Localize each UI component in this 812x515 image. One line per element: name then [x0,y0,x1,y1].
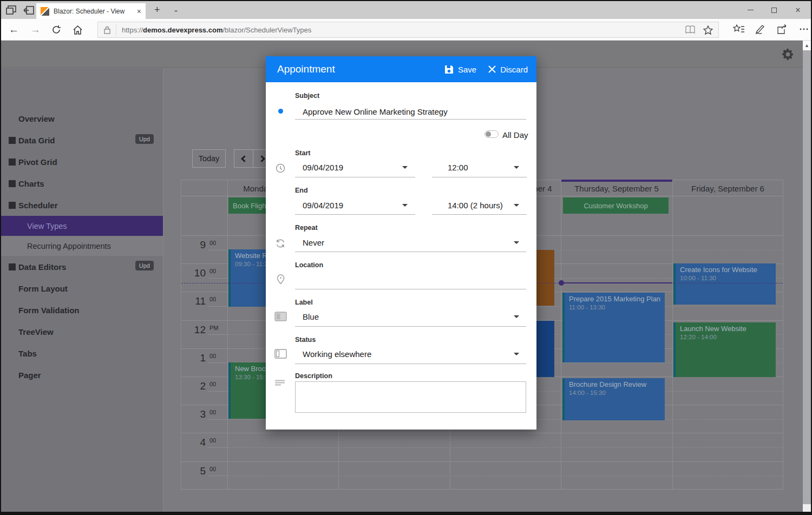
browser-toolbar: ← → https://demos.devexpress.com/blazor/… [1,19,811,41]
appointment[interactable]: Launch New Website 12:20 - 14:00 [673,322,776,377]
status-icon [274,349,287,359]
end-date-input[interactable]: 09/04/2019 [303,201,343,210]
description-lines-icon [274,380,285,386]
sidebar-item-charts[interactable]: Charts [1,173,163,194]
tab-title: Blazor: Scheduler - View [54,8,134,15]
sidebar-item-treeview[interactable]: TreeView [1,321,163,342]
discard-x-icon [488,65,496,73]
label-select[interactable]: Blue [303,312,319,321]
more-icon[interactable] [799,24,809,34]
close-button[interactable]: × [786,1,810,19]
allday-event[interactable]: Customer Workshop [563,197,669,214]
sidebar-item-pivot-grid[interactable]: Pivot Grid [1,151,163,173]
start-label: Start [295,149,310,157]
gear-icon[interactable] [781,48,795,61]
all-day-toggle[interactable] [484,130,499,138]
prev-button[interactable] [234,149,253,168]
sidebar-item-recurring-appointments[interactable]: Recurring Appointments [1,236,163,256]
hour-label: 4 [181,437,206,448]
scroll-up-icon[interactable]: ▲ [803,41,811,50]
browser-titlebar: Blazor: Scheduler - View × + ⌄ × [1,1,811,19]
chevron-left-icon [241,155,248,162]
repeat-icon [276,239,285,248]
end-time-input[interactable]: 14:00 (2 hours) [448,201,503,210]
tab-preview-icon[interactable] [6,5,17,15]
hour-label: 9 [181,239,206,251]
favorite-star-icon[interactable] [703,25,713,35]
forward-icon[interactable]: → [30,24,41,36]
label-label: Label [295,299,313,306]
section-square-icon [9,159,16,166]
label-color-dot [278,109,283,114]
chevron-right-icon [258,155,265,162]
description-textarea[interactable] [295,381,526,413]
clock-icon [276,163,285,173]
sidebar-item-data-editors[interactable]: Data EditorsUpd [1,256,163,278]
hour-label: 12 [181,324,206,336]
tab-close-icon[interactable]: × [137,7,141,16]
section-square-icon [9,180,16,187]
hour-label: 5 [181,465,206,477]
chevron-down-icon[interactable] [514,315,519,318]
sidebar-item-form-layout[interactable]: Form Layout [1,278,163,299]
home-icon[interactable] [73,25,83,35]
current-time-dot [559,280,564,286]
set-aside-tabs-icon[interactable] [23,5,34,15]
sidebar-item-scheduler[interactable]: Scheduler [1,194,163,216]
new-tab-button[interactable]: + [154,4,160,16]
section-square-icon [9,263,16,270]
day-header[interactable]: Friday, September 6 [672,180,783,197]
tab-list-chevron-icon[interactable]: ⌄ [173,6,179,14]
chevron-down-icon[interactable] [514,204,519,207]
scrollbar-corner [803,504,811,513]
sidebar-item-data-grid[interactable]: Data GridUpd [1,129,163,151]
appointment[interactable]: Brochure Design Review 14:00 - 15:30 [562,378,665,420]
url-host: demos.devexpress.com [143,26,222,34]
today-button[interactable]: Today [192,149,226,168]
chevron-down-icon[interactable] [514,241,519,244]
sidebar-item-view-types[interactable]: View Types [1,216,163,236]
minimize-button[interactable] [738,1,762,19]
hub-icon[interactable] [733,24,745,34]
refresh-icon[interactable] [51,25,61,35]
browser-tab[interactable]: Blazor: Scheduler - View × [36,3,146,19]
repeat-select[interactable]: Never [303,238,324,247]
url-path: /blazor/SchedulerViewTypes [222,26,311,34]
save-button[interactable]: Save [444,65,476,74]
day-header-today[interactable]: Thursday, September 5 [561,180,672,197]
devexpress-favicon-icon [41,7,49,16]
status-select[interactable]: Working elsewhere [303,349,371,359]
chevron-down-icon[interactable] [514,166,519,169]
url-protocol: https:// [122,26,143,34]
appointment[interactable]: Prepare 2015 Marketing Plan 11:00 - 13:3… [562,293,665,362]
maximize-button[interactable] [762,1,786,19]
reading-view-icon[interactable] [685,25,696,34]
upd-badge: Upd [135,134,154,144]
sidebar-item-pager[interactable]: Pager [1,364,163,386]
chevron-down-icon[interactable] [514,353,519,355]
sidebar-item-form-validation[interactable]: Form Validation [1,299,163,321]
start-time-input[interactable]: 12:00 [448,163,468,172]
discard-button[interactable]: Discard [488,65,528,74]
annotate-pen-icon[interactable] [755,24,765,35]
description-label: Description [295,372,332,380]
label-icon [274,312,287,321]
lock-icon [98,24,116,35]
appointment[interactable]: Create Icons for Website 10:00 - 11:30 [673,263,776,305]
chevron-down-icon[interactable] [402,204,408,207]
address-bar[interactable]: https://demos.devexpress.com/blazor/Sche… [97,22,719,38]
hour-label: 3 [181,408,206,420]
hour-label: 10 [181,267,206,279]
start-date-input[interactable]: 09/04/2019 [303,163,343,172]
back-icon[interactable]: ← [9,24,19,36]
current-time-line-solid [561,282,672,283]
sidebar-item-tabs[interactable]: Tabs [1,342,163,364]
subject-input[interactable]: Approve New Online Marketing Strategy [303,107,448,116]
sidebar-item-overview[interactable]: Overview [1,108,163,129]
page-scrollbar[interactable]: ▲ [803,41,811,513]
hour-label: 1 [181,352,206,364]
chevron-down-icon[interactable] [402,166,408,169]
share-icon[interactable] [776,24,787,34]
save-floppy-icon [444,65,454,74]
location-pin-icon [277,274,285,285]
